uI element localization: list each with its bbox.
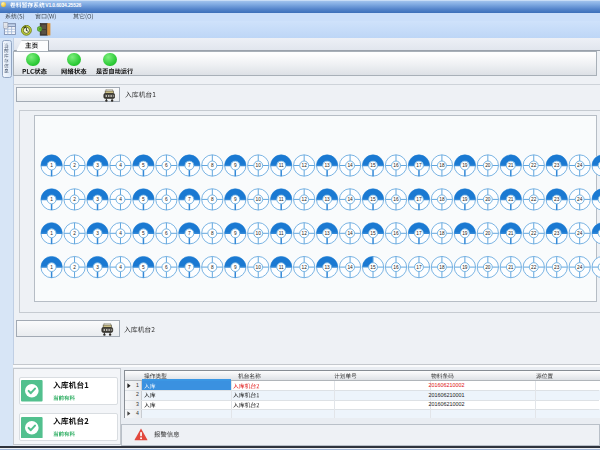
svg-text:13: 13 — [324, 231, 330, 236]
svg-text:2: 2 — [73, 163, 76, 168]
svg-text:2: 2 — [73, 231, 76, 236]
svg-text:8: 8 — [211, 163, 214, 168]
svg-text:10: 10 — [256, 265, 262, 270]
svg-text:18: 18 — [439, 231, 445, 236]
svg-text:3: 3 — [96, 231, 99, 236]
svg-text:14: 14 — [347, 163, 353, 168]
svg-text:15: 15 — [370, 163, 376, 168]
svg-text:4: 4 — [119, 197, 122, 202]
svg-text:18: 18 — [439, 163, 445, 168]
svg-text:24: 24 — [577, 197, 583, 202]
svg-text:5: 5 — [142, 231, 145, 236]
svg-text:17: 17 — [416, 231, 422, 236]
svg-text:22: 22 — [531, 231, 537, 236]
svg-text:17: 17 — [416, 163, 422, 168]
svg-text:18: 18 — [439, 197, 445, 202]
svg-text:11: 11 — [279, 265, 284, 270]
svg-text:12: 12 — [301, 197, 307, 202]
svg-text:10: 10 — [256, 231, 262, 236]
svg-text:5: 5 — [142, 163, 145, 168]
svg-text:13: 13 — [324, 265, 330, 270]
svg-text:9: 9 — [234, 197, 237, 202]
svg-text:10: 10 — [256, 163, 262, 168]
svg-text:8: 8 — [211, 231, 214, 236]
svg-text:18: 18 — [439, 265, 445, 270]
svg-text:7: 7 — [188, 163, 191, 168]
svg-text:15: 15 — [370, 265, 376, 270]
svg-text:1: 1 — [50, 265, 53, 270]
svg-text:1: 1 — [50, 231, 53, 236]
svg-text:19: 19 — [462, 163, 468, 168]
svg-text:17: 17 — [416, 265, 422, 270]
svg-text:20: 20 — [485, 265, 491, 270]
svg-text:3: 3 — [96, 197, 99, 202]
svg-text:9: 9 — [234, 231, 237, 236]
svg-text:14: 14 — [347, 265, 353, 270]
svg-text:4: 4 — [119, 163, 122, 168]
svg-text:11: 11 — [279, 163, 284, 168]
svg-text:24: 24 — [577, 265, 583, 270]
svg-text:12: 12 — [301, 231, 307, 236]
svg-text:5: 5 — [142, 197, 145, 202]
svg-text:11: 11 — [279, 231, 284, 236]
svg-text:2: 2 — [73, 197, 76, 202]
svg-text:3: 3 — [96, 265, 99, 270]
svg-text:19: 19 — [462, 231, 468, 236]
svg-text:23: 23 — [554, 265, 560, 270]
svg-text:6: 6 — [165, 197, 168, 202]
svg-text:24: 24 — [577, 231, 583, 236]
svg-text:9: 9 — [234, 163, 237, 168]
svg-text:15: 15 — [370, 231, 376, 236]
svg-text:4: 4 — [119, 265, 122, 270]
svg-text:7: 7 — [188, 231, 191, 236]
svg-text:12: 12 — [301, 163, 307, 168]
svg-text:1: 1 — [50, 163, 53, 168]
svg-text:22: 22 — [531, 197, 537, 202]
svg-text:16: 16 — [393, 231, 399, 236]
svg-text:4: 4 — [119, 231, 122, 236]
svg-text:13: 13 — [324, 163, 330, 168]
svg-text:13: 13 — [324, 197, 330, 202]
svg-text:24: 24 — [577, 163, 583, 168]
svg-text:7: 7 — [188, 265, 191, 270]
svg-text:14: 14 — [347, 197, 353, 202]
svg-text:21: 21 — [508, 163, 514, 168]
svg-text:16: 16 — [393, 265, 399, 270]
svg-text:16: 16 — [393, 163, 399, 168]
svg-text:20: 20 — [485, 231, 491, 236]
svg-text:23: 23 — [554, 231, 560, 236]
svg-text:20: 20 — [485, 163, 491, 168]
svg-text:19: 19 — [462, 197, 468, 202]
svg-text:8: 8 — [211, 265, 214, 270]
svg-text:6: 6 — [165, 231, 168, 236]
svg-text:22: 22 — [531, 265, 537, 270]
svg-text:16: 16 — [393, 197, 399, 202]
svg-text:22: 22 — [531, 163, 537, 168]
svg-text:19: 19 — [462, 265, 468, 270]
svg-text:17: 17 — [416, 197, 422, 202]
svg-text:9: 9 — [234, 265, 237, 270]
svg-text:10: 10 — [256, 197, 262, 202]
svg-text:7: 7 — [188, 197, 191, 202]
svg-text:12: 12 — [301, 265, 307, 270]
svg-text:6: 6 — [165, 163, 168, 168]
svg-text:14: 14 — [347, 231, 353, 236]
svg-text:2: 2 — [73, 265, 76, 270]
svg-text:1: 1 — [50, 197, 53, 202]
svg-text:21: 21 — [508, 197, 514, 202]
svg-text:6: 6 — [165, 265, 168, 270]
svg-text:21: 21 — [508, 265, 514, 270]
svg-text:23: 23 — [554, 197, 560, 202]
svg-text:8: 8 — [211, 197, 214, 202]
svg-text:11: 11 — [279, 197, 284, 202]
svg-text:3: 3 — [96, 163, 99, 168]
svg-text:20: 20 — [485, 197, 491, 202]
svg-text:15: 15 — [370, 197, 376, 202]
svg-text:21: 21 — [508, 231, 514, 236]
svg-text:23: 23 — [554, 163, 560, 168]
svg-text:5: 5 — [142, 265, 145, 270]
